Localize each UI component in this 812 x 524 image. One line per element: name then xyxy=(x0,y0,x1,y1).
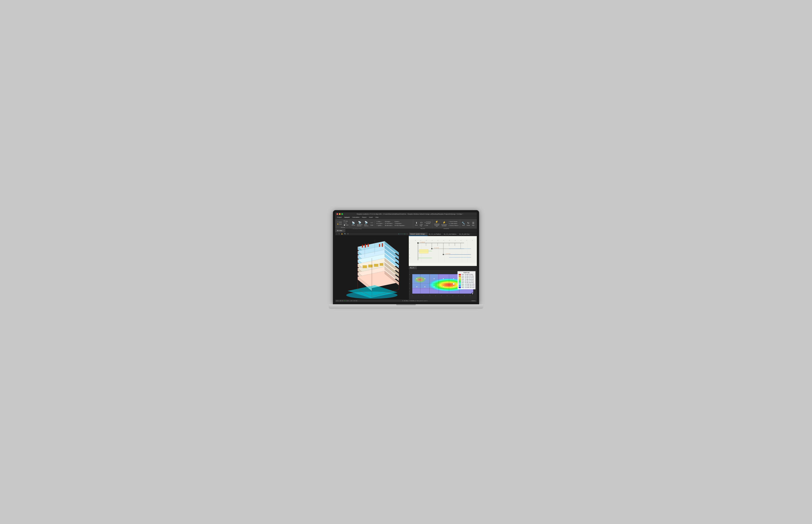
repeater-icon: ↺ xyxy=(395,223,396,224)
cut-button[interactable]: ✂ Cut xyxy=(343,222,349,224)
svg-rect-59 xyxy=(443,254,444,255)
menu-insert[interactable]: Insert xyxy=(368,216,374,218)
structure-col: ✕ CrossingElevator ⊙ Site xyxy=(424,221,431,226)
svg-point-99 xyxy=(416,278,417,279)
assistance-buttons: ⚡ ConnectionAssistantLite ⚡ ConnectionAs… xyxy=(433,219,459,228)
paste-button[interactable]: 📋 Paste xyxy=(343,224,349,226)
connection-assistant-button[interactable]: ⚡ ConnectionAssistant xyxy=(441,219,448,228)
riser-button[interactable]: ⬆ Riser xyxy=(414,219,419,228)
svg-rect-57 xyxy=(417,242,419,243)
source-button[interactable]: 📡 Source xyxy=(351,219,356,228)
align-button[interactable]: ☰ Align xyxy=(471,220,476,228)
directional-antenna-button[interactable]: 📡 DirectionalAntenna xyxy=(356,219,363,228)
screen: Ranplan Academic V7.0.0 (4 days left) - … xyxy=(335,212,477,302)
status-tool-3[interactable]: ⊞ xyxy=(340,300,341,301)
menu-bar: Project Network Calculation Report Inser… xyxy=(335,216,477,219)
tab-b1f1[interactable]: B1_F1 × xyxy=(409,266,417,269)
legend-row-3: Step: -60 dBm (47.87%) xyxy=(459,277,474,278)
bda-button[interactable]: ⊟ BDA ▾ xyxy=(394,221,406,223)
tab-b1f3[interactable]: B1_F3_2nd Platform xyxy=(443,232,458,236)
rotate-button[interactable]: ↻ Rotate xyxy=(466,220,471,228)
tools-button[interactable]: 🔧 Tools xyxy=(461,220,466,228)
device-failure-icon: ⚠ xyxy=(448,225,450,226)
cable-icon: 〰 xyxy=(370,222,373,225)
zoom-out-button[interactable]: ⊖ xyxy=(351,300,352,301)
coupler-button[interactable]: ⊕ Coupler ▾ xyxy=(376,223,384,225)
status-tool-1[interactable]: ⊟ xyxy=(336,300,338,301)
ribbon: ↖ Select ✋ Hand ⧉ xyxy=(335,219,477,229)
tab-3d-close[interactable]: × xyxy=(343,230,344,231)
zoom-fit-button[interactable]: ⊙ xyxy=(353,300,354,301)
svg-text:10m /2.148 /2.148: 10m /2.148 /2.148 xyxy=(446,253,450,254)
tab-b1f8[interactable]: B1_F8_4th Floor xyxy=(458,232,471,236)
crossing-elevator-button[interactable]: ✕ CrossingElevator xyxy=(424,221,431,224)
status-tool-6[interactable]: ⊟ xyxy=(346,300,347,301)
filter-button[interactable]: ▽ Filter ▾ xyxy=(376,221,384,223)
status-tool-4[interactable]: ⊡ xyxy=(342,300,343,301)
tab-network-close[interactable]: × xyxy=(425,233,426,235)
legend-color-9 xyxy=(459,287,461,288)
floor-plan-tab-bar: B1_F1 × xyxy=(409,266,477,269)
menu-project[interactable]: Project xyxy=(336,216,343,218)
general-label: General xyxy=(336,227,349,228)
tab-floor-close[interactable]: × xyxy=(415,267,415,268)
laptop-container: Ranplan Academic V7.0.0 (4 days left) - … xyxy=(327,210,485,314)
svg-rect-30 xyxy=(382,243,383,247)
menu-network[interactable]: Network xyxy=(343,216,351,218)
3d-tool-layers[interactable]: ☰ xyxy=(347,233,349,235)
tab-network-system[interactable]: Network System Design × xyxy=(409,232,427,236)
select-button[interactable]: ↖ Select xyxy=(336,221,343,223)
cable-attach-button[interactable]: 📎 Cable Attach xyxy=(448,223,459,225)
tab-3d-view[interactable]: 3D View × xyxy=(335,229,346,232)
titlebar-controls xyxy=(336,213,343,215)
tab-b1f2[interactable]: B1_F2_1st Platform xyxy=(428,232,443,236)
3d-zoom-slider[interactable]: ●──────● xyxy=(398,233,406,235)
menu-report[interactable]: Report xyxy=(361,216,368,218)
minimize-button[interactable] xyxy=(339,213,340,215)
svg-rect-36 xyxy=(380,263,383,266)
maximize-button[interactable] xyxy=(341,213,343,215)
device-failure-button[interactable]: ⚠ Device Failure ▾ xyxy=(448,225,459,226)
splitter-button[interactable]: ⑂ Splitter ▾ xyxy=(376,225,384,226)
menu-view[interactable]: View xyxy=(374,216,380,218)
repeater-button[interactable]: ↺ Repeater ▾ xyxy=(394,223,406,225)
omni-antenna-button[interactable]: 📡 OmniAntenna xyxy=(364,219,369,228)
fiber-repeater-button[interactable]: ⊟ Fiber Repeater ▾ xyxy=(394,225,406,226)
legend-color-1 xyxy=(459,274,461,275)
legend-color-4 xyxy=(459,279,461,280)
legend-color-6 xyxy=(459,282,461,283)
close-button[interactable] xyxy=(336,213,338,215)
status-tool-7[interactable]: ⊟ xyxy=(347,300,349,301)
3d-tool-rotate[interactable]: ↻ xyxy=(338,233,340,235)
attenuator-button[interactable]: ⊞ Attenuator ▾ xyxy=(384,225,394,226)
cut-icon: ✂ xyxy=(344,222,345,224)
bridge-button[interactable]: ⊟ Bridge ▾ xyxy=(384,221,394,223)
menu-calculation[interactable]: Calculation xyxy=(351,216,361,218)
3d-tool-zoom[interactable]: 🔍 xyxy=(344,233,346,235)
svg-rect-26 xyxy=(362,245,363,247)
screenshot-button[interactable]: ⊟ xyxy=(356,300,357,301)
legend-color-8 xyxy=(459,285,461,286)
ribbon-structure: ⬆ Riser ▭ CableTray ✕ CrossingElevator xyxy=(413,219,432,228)
assistance-col: ↗ Ant to Feeder 📎 Cable Attach ⚠ Device … xyxy=(448,221,459,226)
main-tab-bar: 3D View × xyxy=(335,229,477,232)
status-tool-5[interactable]: ⊟ xyxy=(344,300,345,301)
connection-assistant-lite-button[interactable]: ⚡ ConnectionAssistantLite xyxy=(433,219,440,228)
3d-reset-view[interactable]: + xyxy=(406,233,408,235)
legend-row-5: Step: -80 dBm (77.65%) xyxy=(459,280,474,282)
terminator-button[interactable]: ⊡ Terminator ▾ xyxy=(384,223,394,225)
svg-text:20: 20 xyxy=(410,279,410,279)
hand-button[interactable]: ✋ Hand xyxy=(336,223,343,225)
ant-to-feeder-button[interactable]: ↗ Ant to Feeder xyxy=(448,221,459,223)
3d-tool-home[interactable]: ⌂ xyxy=(336,233,338,235)
status-tool-2[interactable]: ▭ xyxy=(338,300,339,301)
legend-color-7 xyxy=(459,284,461,285)
paste-icon: 📋 xyxy=(344,224,345,226)
site-button[interactable]: ⊙ Site xyxy=(424,225,431,226)
zoom-in-button[interactable]: ⊕ xyxy=(354,300,355,301)
copy-button[interactable]: ⧉ Copy xyxy=(343,220,349,222)
legend-row-9: Step: -120 dBm (99.72%) xyxy=(459,287,474,288)
3d-tool-pan[interactable]: ✋ xyxy=(341,233,343,235)
cable-tray-button[interactable]: ▭ CableTray xyxy=(419,219,424,228)
cable-button[interactable]: 〰 Cable xyxy=(369,219,374,228)
